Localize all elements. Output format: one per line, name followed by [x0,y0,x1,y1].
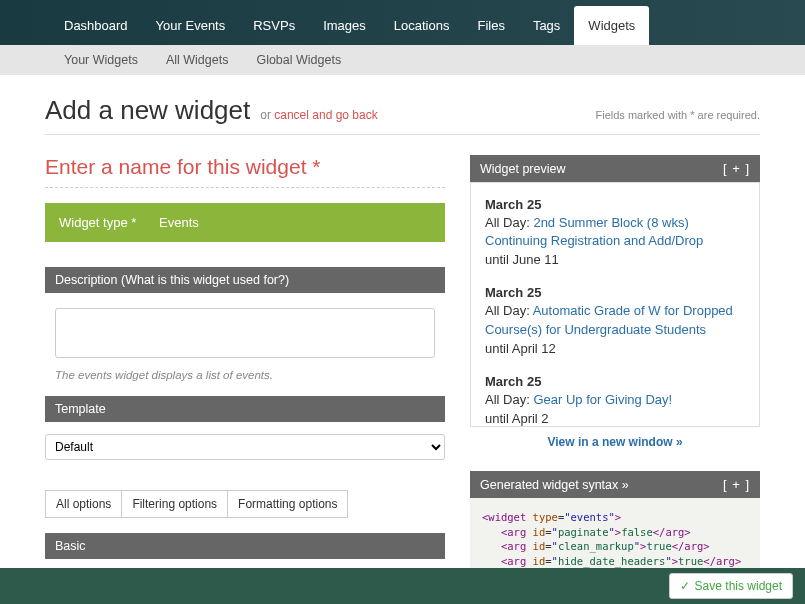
secondary-nav: Your Widgets All Widgets Global Widgets [0,45,805,75]
preview-event-item: March 25 All Day: Automatic Grade of W f… [485,285,745,355]
syntax-title-link[interactable]: Generated widget syntax » [480,478,629,492]
widget-type-bar[interactable]: Widget type * Events [45,203,445,242]
description-header: Description (What is this widget used fo… [45,267,445,293]
description-textarea[interactable] [55,308,435,358]
event-date: March 25 [485,197,745,212]
preview-event-item: March 25 All Day: 2nd Summer Block (8 wk… [485,197,745,267]
check-icon: ✓ [680,579,690,593]
nav-files[interactable]: Files [463,6,518,45]
subnav-your-widgets[interactable]: Your Widgets [50,53,152,67]
widget-name-input[interactable]: Enter a name for this widget * [45,155,445,188]
nav-locations[interactable]: Locations [380,6,464,45]
tab-formatting-options[interactable]: Formatting options [227,490,348,518]
syntax-expand-icon[interactable]: [ + ] [723,477,750,492]
page-title: Add a new widget [45,95,250,126]
preview-expand-icon[interactable]: [ + ] [723,161,750,176]
template-select[interactable]: Default [45,434,445,460]
cancel-text: or cancel and go back [260,108,377,122]
event-until: until April 2 [485,411,745,426]
tab-all-options[interactable]: All options [45,490,122,518]
nav-tags[interactable]: Tags [519,6,574,45]
nav-your-events[interactable]: Your Events [142,6,240,45]
template-header: Template [45,396,445,422]
nav-widgets[interactable]: Widgets [574,6,649,45]
syntax-header: Generated widget syntax » [ + ] [470,471,760,498]
preview-box: March 25 All Day: 2nd Summer Block (8 wk… [470,182,760,427]
subnav-global-widgets[interactable]: Global Widgets [242,53,355,67]
event-date: March 25 [485,374,745,389]
widget-type-value: Events [159,215,199,230]
footer-bar: ✓ Save this widget [0,568,805,604]
event-until: until June 11 [485,252,745,267]
required-note: Fields marked with * are required. [596,109,760,121]
description-helper: The events widget displays a list of eve… [55,369,435,381]
primary-nav: Dashboard Your Events RSVPs Images Locat… [0,0,805,45]
save-widget-button[interactable]: ✓ Save this widget [669,573,793,599]
nav-images[interactable]: Images [309,6,380,45]
cancel-link[interactable]: cancel and go back [274,108,377,122]
widget-type-label: Widget type * [59,215,159,230]
tab-filtering-options[interactable]: Filtering options [121,490,228,518]
preview-header: Widget preview [ + ] [470,155,760,182]
event-link[interactable]: Gear Up for Giving Day! [533,392,672,407]
basic-header: Basic [45,533,445,559]
subnav-all-widgets[interactable]: All Widgets [152,53,243,67]
preview-event-item: March 25 All Day: Gear Up for Giving Day… [485,374,745,426]
view-new-window-link[interactable]: View in a new window » [470,427,760,457]
option-tabs: All options Filtering options Formatting… [45,490,445,518]
nav-rsvps[interactable]: RSVPs [239,6,309,45]
event-until: until April 12 [485,341,745,356]
nav-dashboard[interactable]: Dashboard [50,6,142,45]
event-date: March 25 [485,285,745,300]
title-row: Add a new widget or cancel and go back F… [45,95,760,135]
